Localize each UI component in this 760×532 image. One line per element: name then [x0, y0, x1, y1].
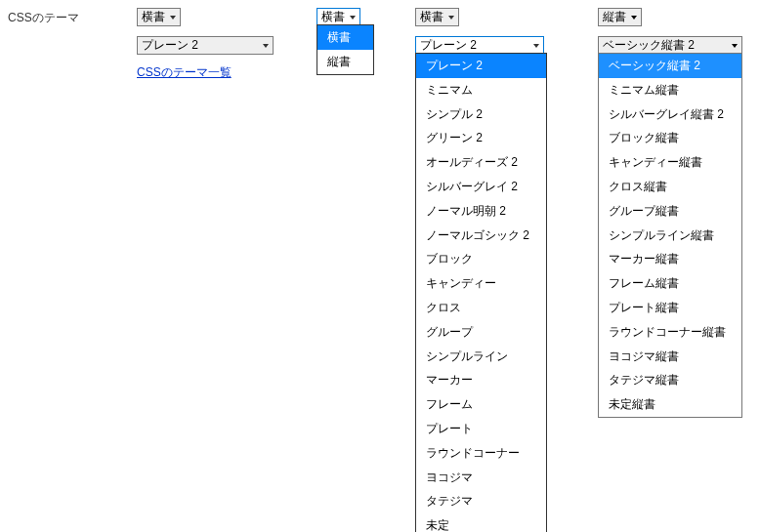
chevron-down-icon [349, 14, 357, 21]
column-3: 横書 プレーン 2 プレーン 2ミニマムシンプル 2グリーン 2オールディーズ … [415, 8, 555, 55]
dropdown-option[interactable]: ヨコジマ縦書 [599, 345, 741, 369]
dropdown-option[interactable]: タテジマ [416, 489, 546, 513]
orientation-select-3-value: 横書 [420, 9, 443, 25]
dropdown-option[interactable]: シンプル 2 [416, 102, 546, 127]
dropdown-option[interactable]: ラウンドコーナー [416, 441, 546, 466]
dropdown-option[interactable]: キャンディー [416, 271, 546, 296]
chevron-down-icon [169, 14, 177, 21]
column-4: 縦書 ベーシック縦書 2 ベーシック縦書 2ミニマム縦書シルバーグレイ縦書 2ブ… [598, 8, 742, 55]
chevron-down-icon [630, 14, 638, 21]
chevron-down-icon [447, 14, 455, 21]
dropdown-option[interactable]: 未定 [416, 513, 546, 532]
dropdown-option[interactable]: 横書 [317, 25, 373, 50]
dropdown-option[interactable]: 未定縦書 [599, 392, 741, 417]
dropdown-option[interactable]: ブロック [416, 247, 546, 271]
dropdown-option[interactable]: グループ [416, 320, 546, 345]
theme-select-3-value: プレーン 2 [420, 37, 477, 54]
dropdown-option[interactable]: シルバーグレイ 2 [416, 175, 546, 199]
column-2: 横書 横書縦書 [317, 8, 379, 26]
dropdown-option[interactable]: ノーマルゴシック 2 [416, 224, 546, 248]
orientation-select-1[interactable]: 横書 [137, 8, 181, 26]
orientation-select-3[interactable]: 横書 [415, 8, 459, 26]
column-1: 横書 プレーン 2 CSSのテーマ一覧 [137, 8, 274, 81]
dropdown-option[interactable]: ベーシック縦書 2 [599, 54, 741, 78]
dropdown-option[interactable]: マーカー [416, 368, 546, 392]
dropdown-option[interactable]: ミニマム縦書 [599, 78, 741, 102]
orientation-select-4-value: 縦書 [603, 9, 626, 25]
dropdown-option[interactable]: キャンディー縦書 [599, 150, 741, 175]
theme-select-1[interactable]: プレーン 2 [137, 36, 274, 55]
dropdown-option[interactable]: ミニマム [416, 78, 546, 102]
dropdown-option[interactable]: クロス [416, 296, 546, 320]
orientation-select-1-value: 横書 [142, 9, 165, 25]
dropdown-option[interactable]: グリーン 2 [416, 126, 546, 150]
dropdown-option[interactable]: オールディーズ 2 [416, 150, 546, 175]
chevron-down-icon [262, 42, 270, 50]
dropdown-option[interactable]: ヨコジマ [416, 466, 546, 490]
dropdown-option[interactable]: プレート [416, 417, 546, 441]
dropdown-option[interactable]: クロス縦書 [599, 175, 741, 199]
orientation-dropdown-2: 横書縦書 [317, 24, 374, 75]
dropdown-option[interactable]: ラウンドコーナー縦書 [599, 320, 741, 345]
orientation-select-2-value: 横書 [321, 9, 345, 25]
dropdown-option[interactable]: ブロック縦書 [599, 126, 741, 150]
css-theme-label: CSSのテーマ [8, 10, 79, 26]
dropdown-option[interactable]: 縦書 [317, 50, 373, 74]
orientation-select-4[interactable]: 縦書 [598, 8, 642, 26]
dropdown-option[interactable]: フレーム [416, 392, 546, 417]
dropdown-option[interactable]: フレーム縦書 [599, 271, 741, 296]
dropdown-option[interactable]: シルバーグレイ縦書 2 [599, 102, 741, 127]
dropdown-option[interactable]: タテジマ縦書 [599, 368, 741, 392]
theme-select-1-value: プレーン 2 [142, 37, 198, 54]
dropdown-option[interactable]: シンプルライン縦書 [599, 224, 741, 248]
theme-list-link[interactable]: CSSのテーマ一覧 [137, 64, 232, 81]
chevron-down-icon [731, 42, 739, 50]
dropdown-option[interactable]: シンプルライン [416, 345, 546, 369]
dropdown-option[interactable]: ノーマル明朝 2 [416, 199, 546, 224]
dropdown-option[interactable]: グループ縦書 [599, 199, 741, 224]
dropdown-option[interactable]: プレート縦書 [599, 296, 741, 320]
theme-dropdown-4: ベーシック縦書 2ミニマム縦書シルバーグレイ縦書 2ブロック縦書キャンディー縦書… [598, 53, 742, 418]
theme-select-4-value: ベーシック縦書 2 [603, 37, 695, 54]
dropdown-option[interactable]: プレーン 2 [416, 54, 546, 78]
theme-dropdown-3: プレーン 2ミニマムシンプル 2グリーン 2オールディーズ 2シルバーグレイ 2… [415, 53, 547, 532]
dropdown-option[interactable]: マーカー縦書 [599, 247, 741, 271]
chevron-down-icon [532, 42, 540, 50]
